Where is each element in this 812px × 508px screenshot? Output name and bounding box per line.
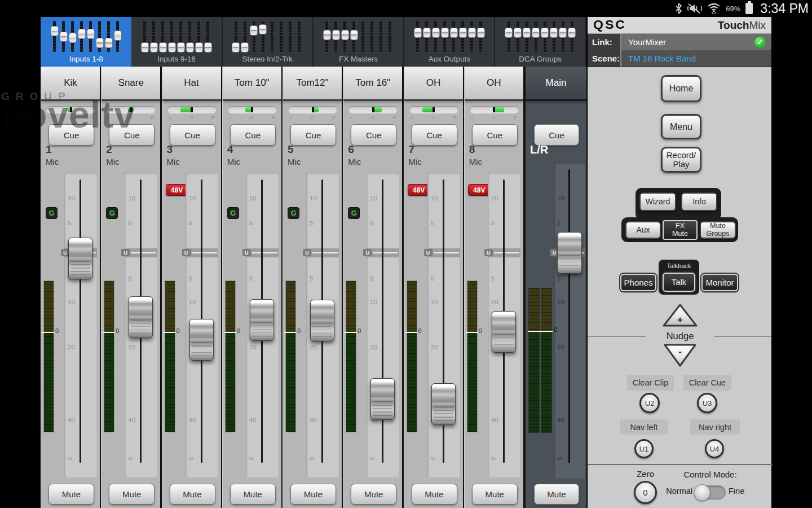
link-row[interactable]: Link: YourMixer ✓ xyxy=(588,34,771,51)
tab-fx-masters[interactable]: FX Masters xyxy=(314,17,404,67)
app-name-bold: Touch xyxy=(718,19,749,31)
mute-button[interactable]: Mute xyxy=(48,484,94,505)
channel-source: Mic xyxy=(106,157,119,167)
pan-scale-label: L xyxy=(350,115,352,121)
channel-name: Kik xyxy=(41,67,100,101)
fader-handle[interactable] xyxy=(129,296,153,338)
pan-center-tick xyxy=(493,107,495,112)
mini-fader-track xyxy=(289,21,292,52)
fader-track[interactable] xyxy=(382,179,383,463)
mute-button[interactable]: Mute xyxy=(109,484,155,505)
meter-upper-zone xyxy=(346,281,356,333)
fader-handle[interactable] xyxy=(557,232,582,274)
mini-fader-handle xyxy=(69,33,77,43)
pan-scale-label: R xyxy=(90,115,94,121)
tab-dca-groups[interactable]: DCA Groups xyxy=(495,17,586,67)
user-button-u1[interactable]: U1 xyxy=(634,439,654,458)
mini-fader-track xyxy=(271,21,273,52)
control-mode-label: Control Mode: xyxy=(672,470,748,479)
cue-button[interactable]: Cue xyxy=(534,124,579,146)
menu-button[interactable]: Menu xyxy=(661,114,701,139)
app-name: TouchMix xyxy=(718,19,766,32)
fader-bank-nav: Inputs 1-8Inputs 9-16Stereo In/2-TrkFX M… xyxy=(41,17,586,67)
unity-label: U xyxy=(182,249,191,256)
monitor-button[interactable]: Monitor xyxy=(701,274,738,291)
wizard-button[interactable]: Wizard xyxy=(639,192,676,211)
talk-button[interactable]: Talk xyxy=(663,273,695,292)
mute-button[interactable]: Mute xyxy=(230,484,276,505)
tab-inputs-1-8[interactable]: Inputs 1-8 xyxy=(41,17,131,67)
mute-button[interactable]: Mute xyxy=(351,484,396,505)
cue-button[interactable]: Cue xyxy=(472,124,518,146)
mini-fader-bank xyxy=(140,21,213,52)
fader-handle[interactable] xyxy=(68,238,92,279)
tab-label: DCA Groups xyxy=(519,55,562,63)
pan-center-tick xyxy=(130,107,133,112)
meter-zero-label: 0 xyxy=(237,327,240,334)
user-button-u3[interactable]: U3 xyxy=(697,393,717,413)
unity-line xyxy=(494,252,519,253)
tab-stereo-in-2-trk[interactable]: Stereo In/2-Trk xyxy=(223,17,314,67)
toggle-knob[interactable] xyxy=(694,484,710,501)
mute-groups-button[interactable]: Mute Groups xyxy=(700,221,736,239)
mini-fader-bank xyxy=(413,21,486,52)
fader-handle[interactable] xyxy=(370,378,395,420)
meter-zero-label: 0 xyxy=(554,326,557,333)
meter-zero-label: 0 xyxy=(176,327,180,334)
mini-fader-handle xyxy=(159,42,167,52)
record-play-button[interactable]: Record/ Play xyxy=(661,147,701,173)
fader-handle[interactable] xyxy=(431,383,456,425)
level-meter xyxy=(346,281,356,432)
channel-source: Mic xyxy=(46,157,59,167)
home-button[interactable]: Home xyxy=(661,75,701,102)
mute-button[interactable]: Mute xyxy=(534,484,579,505)
user-button-u4[interactable]: U4 xyxy=(705,439,724,458)
fader-track[interactable] xyxy=(568,169,570,463)
mute-button[interactable]: Mute xyxy=(290,484,336,505)
fader-track[interactable] xyxy=(80,179,81,463)
nudge-minus-label: - xyxy=(663,346,697,357)
meter-zero-line xyxy=(405,332,417,333)
pan-scale-label: R xyxy=(272,115,275,121)
cue-button[interactable]: Cue xyxy=(351,124,396,146)
pan-center-tick xyxy=(251,107,253,112)
mini-fader-track xyxy=(253,21,255,52)
gain-badge: G xyxy=(106,207,118,219)
mute-button[interactable]: Mute xyxy=(472,484,518,505)
fader-handle[interactable] xyxy=(492,311,516,353)
pan-position-bar xyxy=(180,107,192,112)
pan-indicator xyxy=(470,106,519,113)
cue-button[interactable]: Cue xyxy=(412,124,457,146)
fader-handle[interactable] xyxy=(189,319,214,361)
cue-button[interactable]: Cue xyxy=(230,124,276,146)
control-mode-toggle[interactable] xyxy=(694,485,726,500)
fader-handle[interactable] xyxy=(310,300,334,341)
tab-inputs-9-16[interactable]: Inputs 9-16 xyxy=(131,17,222,67)
main-strip: MainCueL/R1055102040∞U0Mute xyxy=(526,67,586,508)
nudge-down-button[interactable]: - xyxy=(663,343,697,367)
nudge-up-button[interactable]: + xyxy=(662,303,698,327)
meter-zero-line xyxy=(466,332,478,333)
cue-button[interactable]: Cue xyxy=(170,124,215,146)
pan-scale-label: C xyxy=(189,115,193,121)
tab-aux-outputs[interactable]: Aux Outputs xyxy=(404,17,495,67)
cue-button[interactable]: Cue xyxy=(290,124,336,146)
meter-lower-zone xyxy=(44,333,54,432)
pan-scale: LCR xyxy=(348,115,398,121)
fx-mute-button[interactable]: FX Mute xyxy=(663,220,698,240)
level-meter xyxy=(407,281,417,432)
aux-button[interactable]: Aux xyxy=(625,221,661,239)
mute-button[interactable]: Mute xyxy=(412,484,457,505)
scene-value: TM 16 Rock Band xyxy=(628,54,771,63)
mute-button[interactable]: Mute xyxy=(170,484,215,505)
mini-fader-bank xyxy=(323,21,395,52)
scene-row[interactable]: Scene: TM 16 Rock Band xyxy=(588,50,771,67)
fader-handle[interactable] xyxy=(250,299,274,341)
cue-button[interactable]: Cue xyxy=(48,124,94,146)
phantom-48v-badge: 48V xyxy=(166,184,188,196)
zero-button[interactable]: 0 xyxy=(634,481,657,504)
phones-button[interactable]: Phones xyxy=(620,274,656,291)
user-button-u2[interactable]: U2 xyxy=(639,393,660,413)
cue-button[interactable]: Cue xyxy=(109,124,155,146)
info-button[interactable]: Info xyxy=(681,192,717,211)
